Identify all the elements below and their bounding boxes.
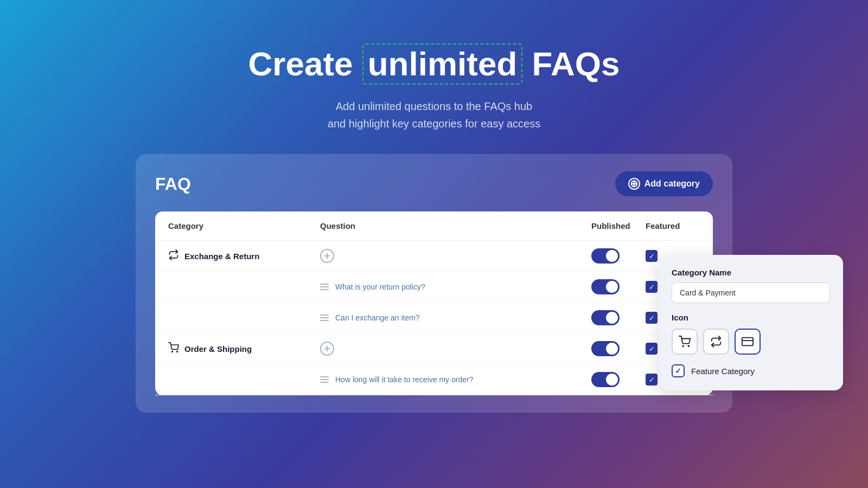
svg-point-2: [172, 351, 173, 352]
feature-category-checkbox[interactable]: ✓: [672, 364, 685, 377]
checkbox-return[interactable]: ✓: [646, 281, 658, 293]
question-text-delivery: How long will it take to receive my orde…: [335, 375, 473, 384]
category-cell-exchange: Exchange & Return: [168, 249, 320, 263]
table-row: Exchange & Return ✓: [155, 241, 713, 272]
svg-point-7: [688, 346, 689, 347]
toggle-knob: [606, 374, 618, 386]
question-cell-return: What is your return policy?: [320, 282, 591, 291]
subtitle-line1: Add unlimited questions to the FAQs hub: [336, 100, 532, 112]
hero-subtitle: Add unlimited questions to the FAQs hub …: [11, 98, 857, 132]
published-cell-exchange-item[interactable]: [591, 310, 646, 325]
faq-title: FAQ: [155, 174, 191, 194]
add-question-exchange[interactable]: [320, 249, 591, 263]
category-name-exchange: Exchange & Return: [184, 252, 259, 261]
feature-category-label: Feature Category: [691, 367, 755, 376]
icon-section-label: Icon: [672, 313, 830, 322]
published-cell-exchange-cat[interactable]: [591, 248, 646, 264]
title-before: Create: [248, 45, 362, 82]
drag-handle-icon[interactable]: [320, 314, 329, 321]
card-header: FAQ ⊕ Add category: [155, 171, 713, 196]
toggle-exchange-cat[interactable]: [591, 248, 620, 264]
plus-circle-icon: ⊕: [628, 178, 640, 190]
category-name-popup: Category Name Icon: [659, 255, 843, 390]
published-cell-return[interactable]: [591, 279, 646, 294]
hero-title: Create unlimited FAQs: [11, 43, 857, 85]
toggle-knob: [606, 343, 618, 355]
svg-point-3: [177, 351, 178, 352]
add-category-button[interactable]: ⊕ Add category: [615, 171, 713, 196]
faq-card: FAQ ⊕ Add category Category Question Pub…: [136, 154, 732, 413]
add-category-label: Add category: [644, 179, 700, 189]
question-cell-delivery: How long will it take to receive my orde…: [320, 375, 591, 384]
table-row: Order & Shipping ✓: [155, 333, 713, 364]
svg-point-6: [682, 346, 684, 347]
question-text-exchange: Can I exchange an item?: [335, 313, 420, 322]
toggle-return[interactable]: [591, 279, 620, 294]
title-after: FAQs: [522, 45, 620, 82]
published-cell-delivery[interactable]: [591, 372, 646, 387]
checkbox-exchange-cat[interactable]: ✓: [646, 250, 658, 262]
checkbox-shipping-cat[interactable]: ✓: [646, 343, 658, 355]
category-name-shipping: Order & Shipping: [184, 344, 252, 354]
published-cell-shipping-cat[interactable]: [591, 341, 646, 356]
category-name-input[interactable]: [672, 282, 830, 303]
card-icon-option[interactable]: [735, 329, 761, 355]
col-header-published: Published: [591, 221, 646, 230]
add-question-icon[interactable]: [320, 342, 334, 356]
toggle-exchange-item[interactable]: [591, 310, 620, 325]
popup-category-name-label: Category Name: [672, 268, 830, 277]
table-row: Can I exchange an item? ✓: [155, 303, 713, 333]
col-header-category: Category: [168, 221, 320, 230]
cart-icon: [168, 342, 179, 356]
subtitle-line2: and highlight key categories for easy ac…: [328, 118, 540, 130]
exchange-icon-option[interactable]: [703, 329, 729, 355]
question-text-return: What is your return policy?: [335, 282, 425, 291]
title-highlight: unlimited: [362, 43, 523, 85]
hero-section: Create unlimited FAQs Add unlimited ques…: [0, 0, 868, 154]
toggle-delivery[interactable]: [591, 372, 620, 387]
table-row: How long will it take to receive my orde…: [155, 364, 713, 395]
exchange-icon: [168, 249, 179, 263]
svg-rect-8: [742, 338, 753, 346]
add-question-icon[interactable]: [320, 249, 334, 263]
toggle-knob: [606, 281, 618, 293]
toggle-knob: [606, 250, 618, 262]
feature-category-row: ✓ Feature Category: [672, 364, 830, 377]
col-header-question: Question: [320, 221, 591, 230]
drag-handle-icon[interactable]: [320, 284, 329, 290]
toggle-shipping-cat[interactable]: [591, 341, 620, 356]
checkbox-delivery[interactable]: ✓: [646, 374, 658, 386]
drag-handle-icon[interactable]: [320, 376, 329, 383]
cart-icon-option[interactable]: [672, 329, 698, 355]
category-cell-shipping: Order & Shipping: [168, 342, 320, 356]
table-row: What is your return policy? ✓: [155, 272, 713, 303]
toggle-knob: [606, 312, 618, 324]
col-header-featured: Featured: [646, 221, 700, 230]
table-header: Category Question Published Featured: [155, 211, 713, 241]
faq-table: Category Question Published Featured Exc…: [155, 211, 713, 395]
icon-options: [672, 329, 830, 355]
checkbox-exchange-item[interactable]: ✓: [646, 312, 658, 324]
add-question-shipping[interactable]: [320, 342, 591, 356]
question-cell-exchange-item: Can I exchange an item?: [320, 313, 591, 322]
